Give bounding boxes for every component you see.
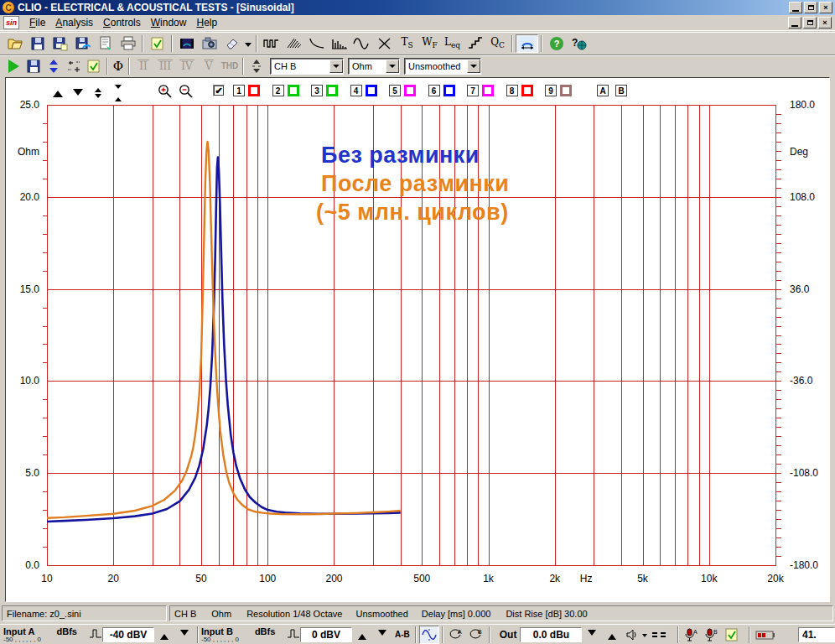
export-icon[interactable] — [94, 34, 117, 53]
input-a-pulse-icon — [89, 627, 102, 642]
svg-text:1k: 1k — [483, 573, 495, 584]
input-b-up-icon[interactable] — [352, 626, 372, 644]
inout-meter-icon[interactable] — [516, 34, 538, 53]
out-level[interactable]: 0.0 dBu — [520, 627, 582, 642]
svg-text:20k: 20k — [767, 573, 784, 584]
qc-icon[interactable]: QC — [486, 34, 509, 53]
eraser-icon[interactable] — [220, 34, 243, 53]
svg-text:10.0: 10.0 — [20, 375, 40, 387]
dc-icon[interactable] — [649, 626, 669, 644]
input-a-meter: -50 , , , , , , 0 — [3, 636, 87, 643]
menu-analysis[interactable]: Analysis — [50, 15, 98, 30]
print-icon[interactable] — [117, 34, 139, 53]
menu-controls[interactable]: Controls — [98, 15, 146, 30]
channel-select-arrow-icon[interactable] — [329, 60, 343, 73]
loop-a-icon[interactable]: A — [446, 626, 466, 644]
harmonic-4-icon[interactable]: IV — [176, 57, 198, 75]
status-bar: Filename: z0_.sini CH BOhmResolution 1/4… — [0, 604, 835, 622]
status-segment: Ohm — [211, 609, 231, 619]
svg-text:B: B — [713, 629, 718, 635]
out-up-icon[interactable] — [602, 626, 622, 644]
options-icon[interactable] — [146, 34, 169, 53]
harmonic-2-icon[interactable]: II — [132, 57, 154, 75]
mdi-close-button[interactable]: × — [818, 17, 832, 29]
save-icon[interactable] — [26, 34, 49, 53]
ts-parameters-icon[interactable]: TS — [396, 34, 418, 53]
mdi-minimize-button[interactable] — [788, 17, 801, 29]
mic-b-icon[interactable]: B — [702, 626, 722, 644]
wf-icon[interactable]: WF — [418, 34, 441, 53]
harmonic-5-icon[interactable]: V — [198, 57, 220, 75]
burst-off-icon[interactable] — [373, 34, 396, 53]
smoothing-select-arrow-icon[interactable] — [467, 60, 480, 73]
minimize-button[interactable] — [789, 2, 802, 13]
fft-icon[interactable] — [328, 34, 350, 53]
input-b-sensitivity[interactable]: 0 dBV — [300, 627, 352, 642]
speaker-dropdown-icon[interactable] — [642, 634, 647, 640]
clio-web-icon[interactable]: ? — [568, 34, 590, 53]
window-title: CLIO - ELECTRICAL & ACOUSTICAL TESTS - [… — [18, 2, 294, 13]
unit-select-value: Ohm — [352, 61, 372, 71]
input-a-sensitivity[interactable]: -40 dBV — [102, 627, 154, 642]
waterfall-icon[interactable] — [283, 34, 305, 53]
battery-icon — [753, 626, 778, 644]
unit-select[interactable]: Ohm — [348, 58, 400, 75]
annotation-1: Без разминки — [321, 143, 480, 169]
save-measurement-icon[interactable] — [71, 34, 94, 53]
svg-text:10k: 10k — [701, 573, 718, 584]
split-scale-icon[interactable] — [246, 57, 267, 75]
leq-icon[interactable]: Leq — [441, 34, 464, 53]
harmonic-3-icon[interactable]: III — [154, 57, 176, 75]
svg-text:100: 100 — [259, 573, 276, 584]
close-button[interactable]: × — [819, 2, 832, 13]
menu-help[interactable]: Help — [191, 15, 222, 30]
mic-a-icon[interactable]: A — [682, 626, 702, 644]
toolbar-separator — [256, 35, 257, 52]
snapshot-icon[interactable] — [198, 34, 220, 53]
input-b-meter: -50 , , , , , , 0 — [201, 636, 285, 643]
smoothing-select[interactable]: Unsmoothed — [404, 58, 481, 75]
eraser-dropdown-icon[interactable] — [243, 34, 253, 53]
open-icon[interactable] — [3, 34, 26, 53]
menu-file[interactable]: File — [24, 15, 50, 30]
unit-select-arrow-icon[interactable] — [386, 60, 399, 73]
status-segment: Delay [ms] 0.000 — [422, 609, 491, 619]
status-segment: Unsmoothed — [355, 609, 407, 619]
decay-icon[interactable] — [305, 34, 328, 53]
svg-text:2k: 2k — [549, 573, 561, 584]
svg-text:0.0: 0.0 — [25, 559, 39, 571]
input-b-down-icon[interactable] — [372, 626, 392, 644]
svg-text:A: A — [693, 629, 698, 635]
channel-select[interactable]: CH B — [270, 58, 344, 75]
sinusoidal-doc-icon: sin — [3, 16, 19, 29]
input-a-down-icon[interactable] — [174, 626, 194, 644]
save2-icon[interactable] — [23, 57, 44, 75]
film-icon[interactable] — [175, 34, 198, 53]
restore-button[interactable] — [804, 2, 817, 13]
phase-icon[interactable]: Φ — [111, 57, 126, 75]
svg-text:20.0: 20.0 — [20, 191, 40, 203]
mdi-restore-button[interactable] — [803, 17, 817, 29]
mic-settings-icon[interactable] — [722, 626, 742, 644]
generator-sine-icon[interactable] — [419, 626, 439, 644]
io-control-bar: Input AdBfs -50 , , , , , , 0 -40 dBV In… — [0, 624, 835, 644]
fit-icon[interactable] — [64, 57, 84, 75]
save-as-icon[interactable] — [49, 34, 71, 53]
play-icon[interactable] — [3, 57, 23, 75]
notes-icon[interactable] — [84, 57, 104, 75]
menu-window[interactable]: Window — [146, 15, 192, 30]
input-a-up-icon[interactable] — [154, 626, 174, 644]
svg-text:5k: 5k — [637, 573, 649, 584]
mls-icon[interactable] — [260, 34, 283, 53]
autoscale-icon[interactable] — [44, 57, 64, 75]
steps-icon[interactable] — [464, 34, 486, 53]
svg-text:?: ? — [553, 39, 559, 49]
help-icon[interactable]: ? — [545, 34, 568, 53]
sinusoidal-icon[interactable] — [350, 34, 373, 53]
svg-text:180.0: 180.0 — [790, 99, 815, 111]
speaker-icon[interactable] — [622, 626, 642, 644]
thd-icon[interactable]: THD — [220, 57, 240, 75]
svg-text:5.0: 5.0 — [25, 467, 39, 479]
out-down-icon[interactable] — [582, 626, 602, 644]
loop-b-icon[interactable]: B — [466, 626, 486, 644]
